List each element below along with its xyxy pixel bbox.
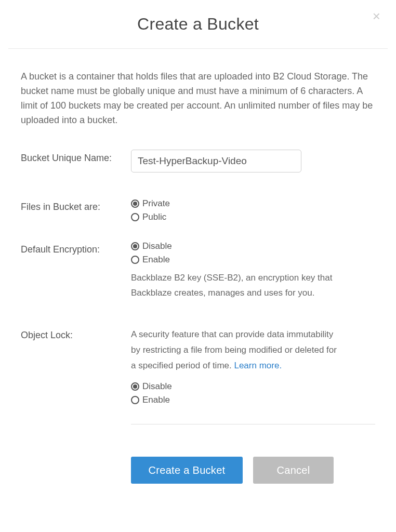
object-lock-helper-text: A security feature that can provide data… (131, 327, 339, 373)
cancel-button[interactable]: Cancel (253, 457, 334, 484)
dialog-title: Create a Bucket (0, 0, 396, 48)
bucket-name-input[interactable] (131, 150, 301, 172)
dialog-description: A bucket is a container that holds files… (21, 70, 375, 128)
encryption-radio-group: Disable Enable (131, 241, 375, 265)
radio-public-label: Public (142, 212, 166, 222)
object-lock-label: Object Lock: (21, 327, 131, 341)
radio-icon (131, 382, 139, 391)
encryption-helper-text: Backblaze B2 key (SSE-B2), an encryption… (131, 270, 339, 301)
radio-encryption-enable-label: Enable (142, 255, 170, 265)
radio-object-lock-enable-label: Enable (142, 395, 170, 405)
object-lock-radio-group: Disable Enable (131, 381, 375, 405)
radio-public[interactable]: Public (131, 212, 375, 222)
radio-icon (131, 396, 139, 404)
radio-object-lock-disable-label: Disable (142, 381, 172, 392)
files-visibility-row: Files in Bucket are: Private Public (21, 198, 375, 222)
radio-icon (131, 213, 139, 221)
learn-more-link[interactable]: Learn more. (234, 361, 282, 370)
create-bucket-button[interactable]: Create a Bucket (131, 457, 243, 484)
close-icon[interactable]: × (373, 9, 380, 23)
radio-private[interactable]: Private (131, 198, 375, 209)
radio-encryption-enable[interactable]: Enable (131, 255, 375, 265)
object-lock-divider (131, 424, 375, 424)
radio-private-label: Private (142, 198, 170, 209)
radio-object-lock-enable[interactable]: Enable (131, 395, 375, 405)
files-visibility-label: Files in Bucket are: (21, 198, 131, 212)
button-row: Create a Bucket Cancel (131, 457, 375, 484)
radio-encryption-disable-label: Disable (142, 241, 172, 251)
dialog-content: A bucket is a container that holds files… (0, 49, 396, 484)
object-lock-row: Object Lock: A security feature that can… (21, 327, 375, 424)
files-visibility-radio-group: Private Public (131, 198, 375, 222)
radio-object-lock-disable[interactable]: Disable (131, 381, 375, 392)
bucket-name-row: Bucket Unique Name: (21, 150, 375, 172)
encryption-row: Default Encryption: Disable Enable Backb… (21, 241, 375, 301)
radio-icon (131, 200, 139, 208)
radio-icon (131, 242, 139, 250)
radio-encryption-disable[interactable]: Disable (131, 241, 375, 251)
encryption-label: Default Encryption: (21, 241, 131, 255)
bucket-name-label: Bucket Unique Name: (21, 150, 131, 164)
radio-icon (131, 256, 139, 264)
